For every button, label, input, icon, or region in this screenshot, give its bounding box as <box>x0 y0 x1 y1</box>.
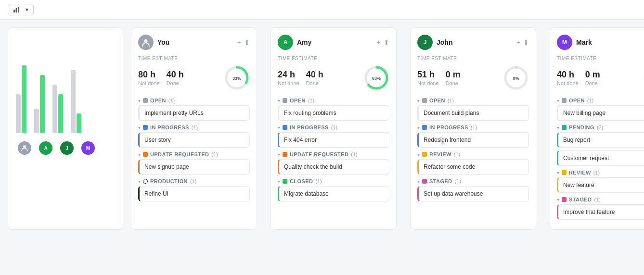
chart-group-4 <box>71 56 81 133</box>
task-card[interactable]: Customer request <box>557 150 644 166</box>
task-card[interactable]: New billing page <box>557 105 644 121</box>
svg-text:0%: 0% <box>513 76 519 81</box>
donut-chart: 33% <box>224 65 250 91</box>
workload-btn[interactable]: ▾ <box>8 4 34 15</box>
chevron-icon: ▾ <box>278 179 280 184</box>
task-card[interactable]: Implement pretty URLs <box>138 105 250 121</box>
section-count: (1) <box>587 98 593 103</box>
chevron-icon: ▾ <box>138 152 141 157</box>
section-header-in-progress[interactable]: ▾ IN PROGRESS (1) <box>417 125 529 130</box>
time-values: 40 h Not done 0 m Done <box>557 70 637 86</box>
avatar-amy-sm: A <box>39 141 52 155</box>
task-card[interactable]: Set up data warehouse <box>417 186 529 201</box>
chevron-down-icon: ▾ <box>26 6 28 13</box>
avatar-mark: M <box>557 35 572 50</box>
section-label: STAGED <box>569 197 592 202</box>
task-card[interactable]: Migrate database <box>278 186 389 201</box>
section-header-closed[interactable]: ▾ CLOSED (1) <box>278 178 389 184</box>
svg-point-3 <box>23 145 26 148</box>
chart-group-2 <box>34 56 45 133</box>
section-label: OPEN <box>150 98 166 103</box>
task-card[interactable]: New signup page <box>138 159 250 175</box>
section-header-pending[interactable]: ▾ PENDING (2) <box>557 125 644 130</box>
task-card[interactable]: New feature <box>557 177 644 193</box>
time-done-block: 40 h Done <box>306 70 323 86</box>
task-label: Refine UI <box>144 190 168 197</box>
section-label: OPEN <box>290 98 306 103</box>
add-icon[interactable]: + <box>377 38 381 46</box>
time-done: 0 m <box>585 70 600 80</box>
chevron-icon: ▾ <box>557 98 559 103</box>
collapse-icon[interactable]: ⬆ <box>384 38 389 46</box>
avatar-you-sm <box>18 141 31 155</box>
section-count: (1) <box>315 178 322 184</box>
add-icon[interactable]: + <box>237 38 241 46</box>
task-label: Migrate database <box>284 190 329 197</box>
section-header-in-progress[interactable]: ▾ IN PROGRESS (1) <box>138 125 250 130</box>
avatar-amy: A <box>278 35 293 50</box>
chevron-icon: ▾ <box>138 98 141 103</box>
task-card[interactable]: Quality check the build <box>278 159 389 175</box>
section-header-production[interactable]: ▾ PRODUCTION (1) <box>138 178 250 184</box>
section-header-staged[interactable]: ▾ STAGED (1) <box>557 197 644 202</box>
time-done-block: 0 m Done <box>446 70 461 86</box>
add-icon[interactable]: + <box>516 38 520 46</box>
task-label: New feature <box>563 182 594 188</box>
section-count: (2) <box>597 125 603 130</box>
time-label: TIME ESTIMATE <box>557 56 644 61</box>
header-actions: + ⬆ <box>237 38 250 46</box>
done-label: Done <box>167 80 184 86</box>
person-col-mark: M Mark + ⬆ TIME ESTIMATE 40 h Not done 0… <box>550 27 644 230</box>
section-header-in-progress[interactable]: ▾ IN PROGRESS (1) <box>278 125 389 130</box>
time-section: 51 h Not done 0 m Done 0% <box>417 65 529 91</box>
bar-green-4 <box>77 113 81 133</box>
task-card[interactable]: Refine UI <box>138 186 250 201</box>
section-header-update-requested[interactable]: ▾ UPDATE REQUESTED (1) <box>278 151 389 157</box>
chart-group-1 <box>16 56 26 133</box>
task-label: Fix routing problems <box>284 110 336 116</box>
section-label: UPDATE REQUESTED <box>290 151 348 157</box>
person-col-john: J John + ⬆ TIME ESTIMATE 51 h Not done 0… <box>410 27 536 230</box>
section-header-review[interactable]: ▾ REVIEW (1) <box>417 151 529 157</box>
section-header-open[interactable]: ▾ OPEN (1) <box>557 98 644 103</box>
bar-green-1 <box>22 65 26 133</box>
section-header-staged[interactable]: ▾ STAGED (1) <box>417 178 529 184</box>
section-header-open[interactable]: ▾ OPEN (1) <box>138 98 250 103</box>
task-label: User story <box>144 137 171 143</box>
svg-rect-1 <box>16 8 17 12</box>
time-section: 80 h Not done 40 h Done 33% <box>138 65 250 91</box>
task-card[interactable]: Refactor some code <box>417 159 529 175</box>
task-label: Set up data warehouse <box>424 190 483 197</box>
person-name: John <box>437 38 452 46</box>
section-label: STAGED <box>429 178 452 184</box>
task-card[interactable]: Redesign frontend <box>417 132 529 148</box>
chevron-icon: ▾ <box>138 179 141 184</box>
section-header-open[interactable]: ▾ OPEN (1) <box>278 98 389 103</box>
person-info: A Amy <box>278 35 311 50</box>
section-label: PENDING <box>569 125 594 130</box>
time-label: TIME ESTIMATE <box>417 56 529 61</box>
task-card[interactable]: Improve that feature <box>557 204 644 220</box>
section-label: OPEN <box>429 98 445 103</box>
time-done: 40 h <box>306 70 323 80</box>
time-values: 24 h Not done 40 h Done <box>278 70 358 86</box>
task-card[interactable]: Document build plans <box>417 105 529 121</box>
section-label: IN PROGRESS <box>150 125 189 130</box>
section-header-update-requested[interactable]: ▾ UPDATE REQUESTED (1) <box>138 151 250 157</box>
task-card[interactable]: Bug report <box>557 132 644 148</box>
task-card[interactable]: Fix 404 error <box>278 132 389 148</box>
section-header-review[interactable]: ▾ REVIEW (1) <box>557 170 644 175</box>
section-label: REVIEW <box>569 170 591 175</box>
task-card[interactable]: User story <box>138 132 250 148</box>
collapse-icon[interactable]: ⬆ <box>523 38 529 46</box>
section-header-open[interactable]: ▾ OPEN (1) <box>417 98 529 103</box>
section-label: UPDATE REQUESTED <box>150 151 209 157</box>
collapse-icon[interactable]: ⬆ <box>244 38 250 46</box>
person-header: J John + ⬆ <box>417 35 529 50</box>
task-card[interactable]: Fix routing problems <box>278 105 389 121</box>
task-label: Customer request <box>563 155 609 162</box>
chevron-icon: ▾ <box>417 125 420 130</box>
svg-rect-0 <box>13 10 15 12</box>
time-done: 0 m <box>446 70 461 80</box>
avatar-you <box>138 35 154 50</box>
